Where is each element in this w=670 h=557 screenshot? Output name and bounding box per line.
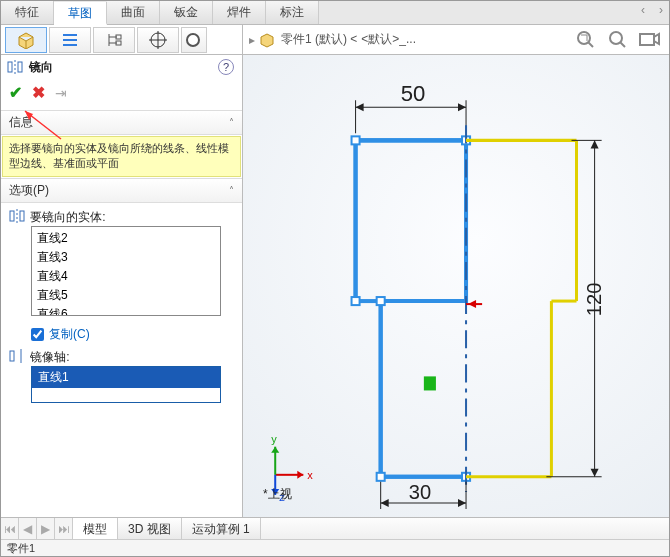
list-item[interactable]: 直线5 [34, 286, 218, 305]
entities-listbox[interactable]: 直线2 直线3 直线4 直线5 直线6 [31, 226, 221, 316]
tab-sheetmetal[interactable]: 钣金 [160, 1, 213, 24]
target-icon [148, 31, 168, 49]
list-item[interactable]: 直线4 [34, 267, 218, 286]
svg-marker-27 [356, 103, 364, 111]
svg-rect-14 [8, 62, 12, 72]
options-body: 要镜向的实体: 直线2 直线3 直线4 直线5 直线6 复制(C) 镜像轴: 直… [1, 203, 242, 413]
tab-sketch[interactable]: 草图 [54, 2, 107, 25]
copy-checkbox-row[interactable]: 复制(C) [31, 326, 236, 343]
mirror-axis-blank[interactable] [32, 388, 220, 402]
zoom-fit-icon[interactable] [573, 27, 597, 51]
svg-rect-22 [10, 351, 14, 361]
section-info-label: 信息 [9, 114, 33, 131]
status-bar: 零件1 [1, 539, 669, 556]
dimension-30: 30 [381, 481, 466, 509]
nav-last-icon[interactable]: ⏭ [55, 518, 73, 539]
nav-first-icon[interactable]: ⏮ [1, 518, 19, 539]
svg-rect-1 [63, 39, 77, 41]
origin-glyph [466, 300, 482, 308]
fm-tab-property[interactable] [49, 27, 91, 53]
bottom-tab-3dview[interactable]: 3D 视图 [118, 518, 182, 539]
top-collapse-icons: ‹ › [641, 3, 663, 17]
section-info-header[interactable]: 信息 ˄ [1, 110, 242, 135]
graphics-canvas[interactable]: 50 [243, 55, 669, 517]
nav-next-icon[interactable]: ▶ [37, 518, 55, 539]
zoom-area-icon[interactable] [605, 27, 629, 51]
copy-label: 复制(C) [49, 326, 90, 343]
nav-prev-icon[interactable]: ◀ [19, 518, 37, 539]
svg-marker-28 [458, 103, 466, 111]
pm-title-bar: 镜向 ? [1, 55, 242, 79]
help-icon[interactable]: ? [218, 59, 234, 75]
axis-label: 镜像轴: [30, 350, 69, 364]
status-part-name: 零件1 [7, 542, 35, 554]
svg-marker-63 [297, 471, 303, 479]
svg-rect-0 [63, 34, 77, 36]
svg-text:120: 120 [583, 283, 605, 317]
cancel-button[interactable]: ✖ [32, 83, 45, 102]
view-toolbar [573, 27, 661, 51]
svg-rect-2 [63, 44, 77, 46]
breadcrumb-suffix: <默认>_... [361, 31, 416, 48]
breadcrumb-part[interactable]: 零件1 (默认) < [281, 31, 357, 48]
sketch-contour [356, 140, 466, 476]
svg-marker-51 [591, 140, 599, 148]
info-message: 选择要镜向的实体及镜向所绕的线条、线性模型边线、基准面或平面 [2, 136, 241, 177]
svg-marker-52 [591, 469, 599, 477]
svg-marker-58 [458, 499, 466, 507]
fm-tab-config[interactable] [93, 27, 135, 53]
svg-text:y: y [271, 433, 277, 445]
svg-text:50: 50 [401, 81, 426, 106]
chevron-left-icon[interactable]: ‹ [641, 3, 645, 17]
svg-point-8 [187, 34, 199, 46]
breadcrumb: ▸ 零件1 (默认) <<默认>_... [243, 31, 416, 48]
tab-annotate[interactable]: 标注 [266, 1, 319, 24]
svg-marker-57 [381, 499, 389, 507]
section-options-label: 选项(P) [9, 182, 49, 199]
dimension-50: 50 [356, 81, 466, 133]
list-item[interactable]: 直线6 [34, 305, 218, 316]
svg-rect-19 [10, 211, 14, 221]
chevron-up-icon: ˄ [229, 117, 234, 128]
svg-rect-13 [640, 34, 654, 45]
part-icon [259, 32, 277, 48]
list-lines-icon [60, 31, 80, 49]
list-item[interactable]: 直线3 [34, 248, 218, 267]
svg-rect-40 [377, 297, 385, 305]
fm-tab-feature-tree[interactable] [5, 27, 47, 53]
sketch-svg: 50 [243, 55, 669, 517]
cube-icon [15, 31, 37, 49]
tab-weldment[interactable]: 焊件 [213, 1, 266, 24]
section-options-header[interactable]: 选项(P) ˄ [1, 178, 242, 203]
tab-surface[interactable]: 曲面 [107, 1, 160, 24]
mirror-axis-field[interactable]: 直线1 [31, 366, 221, 403]
svg-rect-20 [20, 211, 24, 221]
mirror-preview [466, 140, 576, 476]
mirror-axis-selected[interactable]: 直线1 [32, 367, 220, 388]
fm-tab-dimxpert[interactable] [137, 27, 179, 53]
list-item[interactable]: 直线2 [34, 229, 218, 248]
svg-line-12 [620, 42, 625, 47]
fm-tab-more[interactable] [181, 27, 207, 53]
bottom-tab-nav: ⏮ ◀ ▶ ⏭ [1, 518, 73, 539]
sketch-endpoints [352, 136, 471, 480]
svg-rect-37 [352, 136, 360, 144]
bottom-tab-model[interactable]: 模型 [73, 518, 118, 539]
feature-manager-tabs [1, 25, 243, 54]
main-split: 镜向 ? ✔ ✖ ⇥ 信息 ˄ 选择要镜向的实体及镜向所绕的线条、线性模型边线、… [1, 55, 669, 517]
expand-tree-icon[interactable]: ▸ [249, 33, 255, 47]
pin-button[interactable]: ⇥ [55, 85, 67, 101]
tab-feature[interactable]: 特征 [1, 1, 54, 24]
svg-rect-15 [18, 62, 22, 72]
tree-branch-icon [104, 31, 124, 49]
secondary-bar: ▸ 零件1 (默认) <<默认>_... [1, 25, 669, 55]
chevron-right-icon[interactable]: › [659, 3, 663, 17]
top-tab-bar: 特征 草图 曲面 钣金 焊件 标注 ‹ › [1, 1, 669, 25]
camera-icon[interactable] [637, 27, 661, 51]
ok-button[interactable]: ✔ [9, 83, 22, 102]
property-panel: 镜向 ? ✔ ✖ ⇥ 信息 ˄ 选择要镜向的实体及镜向所绕的线条、线性模型边线、… [1, 55, 243, 517]
relation-badge [424, 376, 436, 390]
axis-icon [7, 349, 27, 366]
bottom-tab-motion[interactable]: 运动算例 1 [182, 518, 261, 539]
copy-checkbox[interactable] [31, 328, 44, 341]
